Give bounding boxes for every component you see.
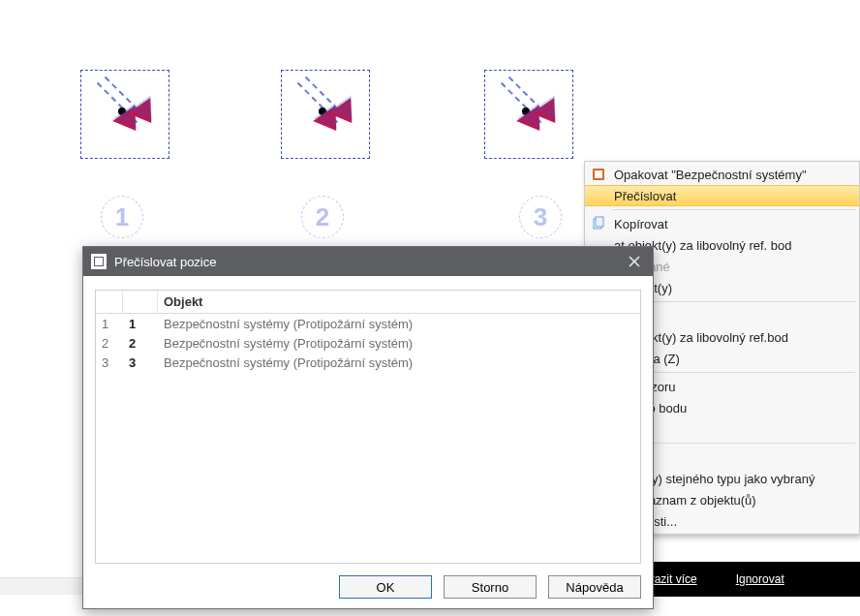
ignore-link[interactable]: Ignorovat [736,572,784,586]
header-cell-object: Objekt [158,291,640,313]
table-row[interactable]: 11Bezpečnostní systémy (Protipožární sys… [96,314,640,333]
row-number: 1 [123,317,158,331]
repeat-icon [591,167,606,182]
symbol-marker[interactable] [80,70,169,159]
row-index: 2 [96,336,123,351]
symbol-marker[interactable] [281,70,370,159]
renumber-dialog: Přečíslovat pozice Objekt 11Bezpečnostní… [82,246,654,609]
help-button[interactable]: Nápověda [548,575,641,599]
dialog-body: Objekt 11Bezpečnostní systémy (Protipožá… [95,290,641,564]
svg-rect-1 [595,170,602,178]
position-number[interactable]: 1 [101,196,143,238]
svg-rect-3 [596,217,603,227]
row-number: 3 [123,355,158,370]
cancel-button[interactable]: Storno [444,575,537,599]
menu-item-label: Přečíslovat [614,189,676,203]
status-strip [0,577,82,595]
table-row[interactable]: 33Bezpečnostní systémy (Protipožární sys… [96,353,640,372]
table-header: Objekt [96,291,640,314]
close-button[interactable] [620,251,649,272]
table-body: 11Bezpečnostní systémy (Protipožární sys… [96,314,640,372]
ok-button[interactable]: OK [339,575,432,599]
position-number[interactable]: 3 [519,196,562,238]
dialog-title: Přečíslovat pozice [114,255,217,269]
row-object: Bezpečnostní systémy (Protipožární systé… [158,336,640,351]
position-number[interactable]: 2 [301,196,344,238]
dialog-titlebar[interactable]: Přečíslovat pozice [83,247,653,276]
close-icon [629,256,640,267]
row-index: 1 [96,317,123,331]
menu-separator [612,209,855,210]
copy-icon [591,216,606,231]
dialog-button-row: OK Storno Nápověda [339,575,641,599]
fire-safety-arrow-icon [282,71,369,158]
header-cell-index [96,291,123,313]
menu-item-label: Kopírovat [614,217,668,231]
row-number: 2 [123,336,158,351]
row-object: Bezpečnostní systémy (Protipožární systé… [158,317,640,331]
table-row[interactable]: 22Bezpečnostní systémy (Protipožární sys… [96,333,640,353]
fire-safety-arrow-icon [485,71,572,158]
row-object: Bezpečnostní systémy (Protipožární systé… [158,355,640,370]
header-cell-num [123,291,158,313]
app-icon [91,254,107,269]
menu-renumber[interactable]: Přečíslovat [585,185,859,206]
symbol-marker[interactable] [484,70,573,159]
fire-safety-arrow-icon [81,71,169,158]
menu-repeat[interactable]: Opakovat "Bezpečnostní systémy" [585,164,859,185]
menu-copy[interactable]: Kopírovat [585,213,859,234]
row-index: 3 [96,355,123,370]
menu-item-label: Opakovat "Bezpečnostní systémy" [614,168,807,182]
